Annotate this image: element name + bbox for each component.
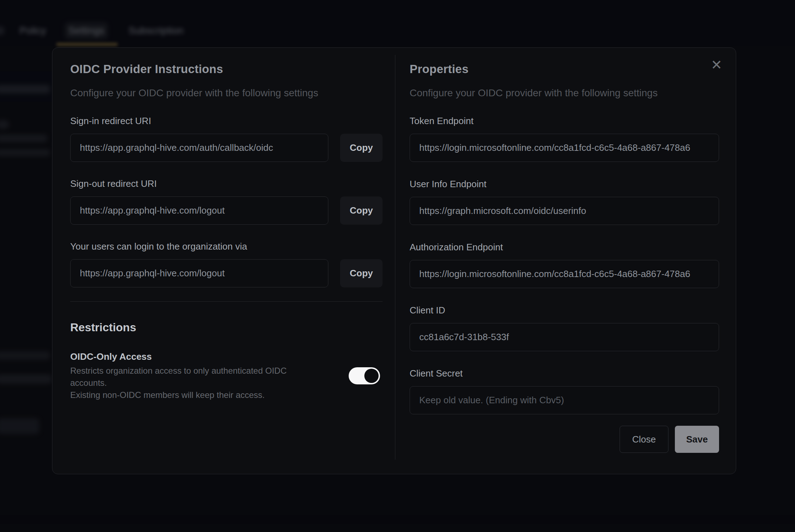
oidc-settings-modal: ✕ OIDC Provider Instructions Configure y… [52, 47, 736, 474]
properties-subtitle: Configure your OIDC provider with the fo… [410, 87, 719, 99]
oidc-only-access-description-line2: Existing non-OIDC members will keep thei… [70, 389, 320, 401]
copy-sign-out-button[interactable]: Copy [340, 196, 383, 225]
user-info-endpoint-row [410, 197, 719, 225]
properties-column: Properties Configure your OIDC provider … [410, 48, 719, 453]
client-id-box [410, 323, 719, 351]
instructions-column: OIDC Provider Instructions Configure you… [70, 48, 383, 401]
column-divider [395, 55, 395, 460]
oidc-only-access-toggle[interactable] [349, 367, 380, 384]
client-secret-input[interactable] [410, 387, 719, 414]
user-info-endpoint-label: User Info Endpoint [410, 178, 719, 190]
sign-in-redirect-row: Copy [70, 134, 383, 162]
client-secret-box [410, 386, 719, 414]
client-secret-label: Client Secret [410, 368, 719, 379]
token-endpoint-input[interactable] [410, 134, 719, 162]
sign-in-redirect-box [70, 134, 328, 162]
sign-out-redirect-row: Copy [70, 196, 383, 225]
login-via-label: Your users can login to the organization… [70, 241, 383, 252]
sign-out-redirect-box [70, 196, 328, 225]
toggle-knob [364, 369, 379, 383]
user-info-endpoint-input[interactable] [410, 197, 719, 225]
client-id-row [410, 323, 719, 351]
modal-actions: Close Save [410, 426, 719, 453]
login-via-row: Copy [70, 259, 383, 287]
sign-in-redirect-input[interactable] [71, 134, 328, 162]
properties-title: Properties [410, 62, 719, 76]
authorization-endpoint-box [410, 260, 719, 288]
oidc-only-access-row: OIDC-Only Access Restricts organization … [70, 351, 383, 401]
login-via-input[interactable] [71, 260, 328, 287]
section-divider [70, 301, 383, 302]
authorization-endpoint-input[interactable] [410, 260, 719, 288]
oidc-only-access-text: OIDC-Only Access Restricts organization … [70, 351, 320, 401]
instructions-subtitle: Configure your OIDC provider with the fo… [70, 87, 383, 99]
client-secret-row [410, 386, 719, 414]
close-button[interactable]: Close [620, 426, 668, 453]
oidc-only-access-label: OIDC-Only Access [70, 351, 320, 363]
oidc-only-access-description-line1: Restricts organization access to only au… [70, 365, 320, 389]
token-endpoint-row [410, 134, 719, 162]
save-button[interactable]: Save [675, 426, 719, 453]
restrictions-heading: Restrictions [70, 320, 383, 334]
user-info-endpoint-box [410, 197, 719, 225]
token-endpoint-label: Token Endpoint [410, 115, 719, 127]
sign-out-redirect-label: Sign-out redirect URI [70, 178, 383, 189]
authorization-endpoint-label: Authorization Endpoint [410, 241, 719, 253]
copy-sign-in-button[interactable]: Copy [340, 134, 383, 162]
sign-in-redirect-label: Sign-in redirect URI [70, 115, 383, 127]
instructions-title: OIDC Provider Instructions [70, 62, 383, 76]
login-via-box [70, 259, 328, 287]
token-endpoint-box [410, 134, 719, 162]
screen: Policy Settings Subscription ✕ OIDC Prov… [0, 0, 795, 532]
copy-login-via-button[interactable]: Copy [340, 259, 383, 287]
authorization-endpoint-row [410, 260, 719, 288]
client-id-input[interactable] [410, 323, 719, 351]
client-id-label: Client ID [410, 305, 719, 316]
sign-out-redirect-input[interactable] [71, 197, 328, 224]
